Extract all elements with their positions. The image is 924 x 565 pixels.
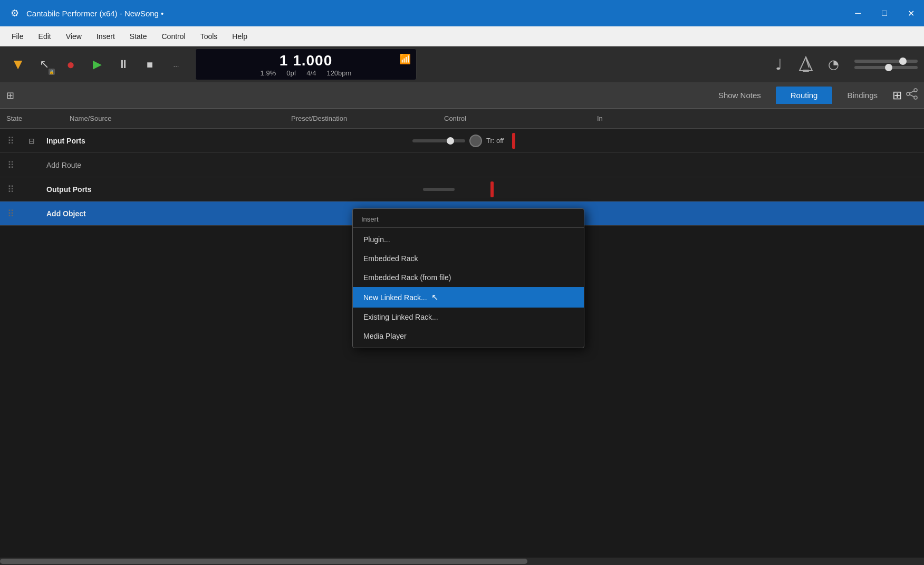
menu-view[interactable]: View — [59, 30, 89, 43]
timer-button[interactable]: ◔ — [822, 53, 845, 76]
tab-bar: ⊞ Show Notes Routing Bindings ⊞ — [0, 82, 924, 109]
row-name-add-route: Add Route — [42, 161, 253, 169]
collapse-icon[interactable]: ⊟ — [21, 137, 42, 145]
table-row[interactable]: ⠿ Add Route — [0, 153, 924, 177]
col-header-state: State — [0, 114, 63, 122]
row-name-output-ports: Output Ports — [42, 185, 253, 194]
tab-bar-right: ⊞ — [892, 88, 918, 102]
stop-button[interactable]: ■ — [138, 53, 161, 76]
toolbar-right: ♩ ◔ — [767, 53, 845, 76]
svg-rect-2 — [803, 70, 809, 72]
cursor-lock-button[interactable]: ↖ 🔒 — [33, 53, 56, 76]
drag-handle[interactable]: ⠿ — [0, 184, 21, 195]
row-tr-label: Tr: off — [486, 137, 504, 145]
logo-button[interactable]: ▼ — [6, 53, 30, 76]
pause-button[interactable]: ⏸ — [112, 53, 135, 76]
table-row[interactable]: ⠿ ⊟ Input Ports Tr: off — [0, 129, 924, 153]
metronome-button[interactable] — [794, 53, 817, 76]
row-red-bar — [490, 181, 494, 197]
row-name-input-ports: Input Ports — [42, 137, 253, 145]
ctx-menu-plugin[interactable]: Plugin... — [353, 230, 584, 249]
transport-info: 1.9% 0pf 4/4 120bpm — [261, 69, 352, 77]
menu-state[interactable]: State — [122, 30, 155, 43]
note-button[interactable]: ♩ — [767, 53, 790, 76]
context-menu: Insert Plugin... Embedded Rack Embedded … — [352, 208, 584, 348]
svg-point-5 — [914, 96, 917, 99]
ctx-menu-new-linked-rack[interactable]: New Linked Rack... ↖ — [353, 287, 584, 308]
ctx-menu-existing-linked-rack[interactable]: Existing Linked Rack... — [353, 308, 584, 327]
cursor-arrow-icon: ↖ — [431, 292, 438, 302]
menu-bar: File Edit View Insert State Control Tool… — [0, 26, 924, 46]
volume-sliders — [854, 60, 918, 69]
row-name-add-object: Add Object — [42, 209, 253, 218]
transport-polyphony: 0pf — [286, 69, 296, 77]
ctx-menu-embedded-rack-from-file[interactable]: Embedded Rack (from file) — [353, 268, 584, 287]
volume-thumb-top[interactable] — [899, 58, 907, 65]
grid-view-button[interactable]: ⊞ — [892, 89, 902, 102]
record-button[interactable]: ● — [59, 53, 82, 76]
maximize-button[interactable]: □ — [871, 0, 898, 26]
ctx-menu-embedded-rack[interactable]: Embedded Rack — [353, 249, 584, 268]
cursor-icon: ↖ — [40, 58, 49, 71]
wifi-icon: 📶 — [399, 53, 411, 65]
col-header-control: Control — [438, 114, 591, 122]
share-icon[interactable] — [906, 88, 918, 102]
tab-show-notes[interactable]: Show Notes — [704, 87, 776, 104]
row-control-input-ports: Tr: off — [406, 133, 559, 149]
menu-tools[interactable]: Tools — [193, 30, 225, 43]
transport-bpm: 120bpm — [326, 69, 351, 77]
table-row[interactable]: ⠿ Output Ports — [0, 177, 924, 202]
grid-icon[interactable]: ⊞ — [6, 90, 14, 101]
transport-cpu: 1.9% — [261, 69, 276, 77]
title-bar: ⚙ Cantabile Performer (x64) - NewSong • … — [0, 0, 924, 26]
lock-badge: 🔒 — [49, 69, 55, 75]
col-header-preset: Preset/Destination — [285, 114, 438, 122]
play-button[interactable]: ▶ — [85, 53, 109, 76]
minimize-button[interactable]: ─ — [845, 0, 871, 26]
context-menu-header: Insert — [353, 211, 584, 228]
row-control-output-ports — [406, 181, 559, 197]
ctx-menu-media-player[interactable]: Media Player — [353, 327, 584, 346]
svg-point-3 — [914, 89, 917, 92]
menu-edit[interactable]: Edit — [31, 30, 59, 43]
drag-handle[interactable]: ⠿ — [0, 208, 21, 219]
menu-control[interactable]: Control — [155, 30, 193, 43]
transport-timesig: 4/4 — [306, 69, 316, 77]
volume-slider-top[interactable] — [854, 60, 918, 63]
toolbar: ▼ ↖ 🔒 ● ▶ ⏸ ■ ... 1 1.000 1.9% 0pf 4/4 1… — [0, 46, 924, 82]
window-title: Cantabile Performer (x64) - NewSong • — [26, 9, 916, 18]
drag-handle[interactable]: ⠿ — [0, 159, 21, 171]
menu-insert[interactable]: Insert — [89, 30, 122, 43]
row-red-bar — [512, 133, 515, 149]
menu-help[interactable]: Help — [225, 30, 255, 43]
row-dial[interactable] — [469, 135, 482, 147]
tab-routing[interactable]: Routing — [776, 87, 833, 104]
column-headers: State Name/Source Preset/Destination Con… — [0, 109, 924, 129]
app-icon: ⚙ — [8, 7, 21, 20]
menu-file[interactable]: File — [4, 30, 31, 43]
scrollbar-thumb[interactable] — [0, 559, 527, 564]
horizontal-scrollbar[interactable] — [0, 558, 924, 565]
window-controls: ─ □ ✕ — [845, 0, 924, 26]
more-button[interactable]: ... — [165, 53, 188, 76]
volume-thumb-bottom[interactable] — [885, 64, 892, 71]
tab-bindings[interactable]: Bindings — [832, 87, 892, 104]
svg-line-6 — [910, 91, 914, 93]
drag-handle[interactable]: ⠿ — [0, 135, 21, 147]
row-slider[interactable] — [423, 188, 455, 191]
row-slider[interactable] — [412, 139, 465, 142]
svg-point-4 — [907, 92, 910, 95]
transport-position: 1 1.000 — [280, 52, 332, 69]
col-header-name: Name/Source — [63, 114, 285, 122]
svg-line-7 — [910, 95, 914, 97]
row-slider-thumb[interactable] — [447, 137, 454, 145]
col-header-in: In — [591, 114, 924, 122]
transport-display: 1 1.000 1.9% 0pf 4/4 120bpm 📶 — [195, 49, 417, 80]
close-button[interactable]: ✕ — [898, 0, 924, 26]
volume-slider-bottom[interactable] — [854, 66, 918, 69]
